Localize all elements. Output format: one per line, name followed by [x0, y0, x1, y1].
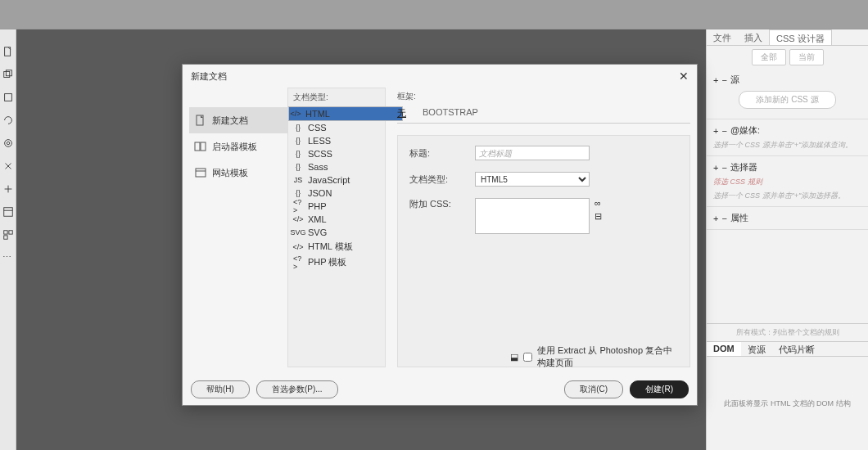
svg-rect-2: [6, 70, 11, 76]
sources-section: + − 源 添加新的 CSS 源: [707, 69, 868, 119]
cancel-button[interactable]: 取消(C): [564, 380, 623, 398]
doctype-item-html-模板[interactable]: </>HTML 模板: [288, 239, 385, 254]
svg-rect-8: [8, 231, 11, 234]
doctype-item-php-模板[interactable]: <?>PHP 模板: [288, 254, 385, 270]
tool-more-icon[interactable]: ⋯: [2, 252, 14, 263]
page-icon: [194, 114, 207, 127]
doctype-item-sass[interactable]: {}Sass: [288, 160, 385, 173]
plus-icon[interactable]: +: [713, 75, 718, 85]
add-css-source-button[interactable]: 添加新的 CSS 源: [739, 91, 835, 109]
category-new-document[interactable]: 新建文档: [189, 107, 287, 133]
doctype-label: HTML: [305, 109, 330, 119]
selectors-label: 选择器: [730, 161, 757, 173]
dialog-body: 新建文档 启动器模板 网站模板 文档类型: </>HTML{}CSS{}LESS…: [183, 88, 697, 374]
framework-none-tab[interactable]: 无: [397, 106, 406, 121]
category-starter-templates[interactable]: 启动器模板: [189, 133, 287, 160]
selector-hint: 选择一个 CSS 源并单击"+"添加选择器。: [713, 191, 861, 201]
minus-icon[interactable]: −: [721, 214, 726, 223]
dom-tab[interactable]: DOM: [707, 342, 741, 356]
minus-icon[interactable]: −: [721, 75, 726, 85]
doctype-item-svg[interactable]: SVGSVG: [288, 226, 385, 239]
help-button[interactable]: 帮助(H): [191, 380, 250, 398]
svg-point-4: [7, 142, 10, 145]
tool-sync-icon[interactable]: [2, 115, 14, 126]
doctype-label: Sass: [308, 162, 328, 172]
extract-checkbox[interactable]: [523, 353, 532, 362]
link-css-icon[interactable]: ∞: [594, 198, 602, 208]
tab-css-designer[interactable]: CSS 设计器: [769, 29, 832, 45]
left-toolbar: ⋯: [0, 29, 16, 450]
plus-icon[interactable]: +: [713, 214, 718, 223]
media-label: @媒体:: [730, 124, 760, 137]
minus-icon[interactable]: −: [721, 163, 726, 173]
dom-hint: 此面板将显示 HTML 文档的 DOM 结构: [707, 357, 868, 450]
framework-header: 框架:: [397, 91, 690, 102]
framework-bootstrap-tab[interactable]: BOOTSTRAP: [423, 106, 478, 121]
doctype-select[interactable]: HTML5: [475, 172, 590, 187]
doctype-item-css[interactable]: {}CSS: [288, 121, 385, 134]
attach-css-label: 附加 CSS:: [409, 198, 475, 210]
doctype-label: 文档类型:: [409, 173, 475, 186]
doctype-header: 文档类型:: [288, 92, 385, 106]
doctype-icon: </>: [291, 109, 301, 119]
plus-icon[interactable]: +: [713, 163, 718, 173]
tab-insert[interactable]: 插入: [738, 29, 769, 45]
tool-settings-icon[interactable]: [2, 137, 14, 149]
doctype-icon: {}: [293, 188, 303, 198]
snippets-tab[interactable]: 代码片断: [772, 342, 821, 356]
doctype-label: JSON: [308, 188, 332, 198]
scope-all-button[interactable]: 全部: [752, 49, 786, 65]
extract-icon: ⬓: [510, 352, 518, 362]
tab-file[interactable]: 文件: [707, 29, 738, 45]
minus-icon[interactable]: −: [721, 126, 726, 136]
doctype-icon: <?>: [293, 201, 303, 211]
tool-grid-icon[interactable]: [2, 229, 14, 241]
doctype-icon: </>: [293, 214, 303, 224]
site-icon: [194, 166, 207, 179]
scope-current-button[interactable]: 当前: [789, 49, 824, 65]
plus-icon[interactable]: +: [713, 126, 718, 136]
title-input[interactable]: [475, 146, 590, 160]
svg-point-5: [4, 140, 11, 147]
doctype-label: JavaScript: [308, 175, 350, 185]
doctype-item-xml[interactable]: </>XML: [288, 213, 385, 226]
mode-status: 所有模式：列出整个文档的规则: [707, 323, 868, 342]
category-site-templates[interactable]: 网站模板: [189, 160, 287, 186]
tool-box-icon[interactable]: [2, 92, 14, 103]
doctype-label: SVG: [308, 227, 327, 237]
tool-layers-icon[interactable]: [2, 69, 14, 80]
form-column: 框架: 无 BOOTSTRAP 标题: 文档类型: HTML5 附加 CSS:: [386, 88, 690, 367]
doctype-item-less[interactable]: {}LESS: [288, 134, 385, 147]
svg-rect-13: [196, 169, 206, 177]
properties-label: 属性: [730, 212, 748, 224]
doctype-icon: {}: [293, 162, 303, 172]
new-document-dialog: 新建文档 ✕ 新建文档 启动器模板 网站模板 文档类型: </>HTML{}CS…: [182, 64, 698, 406]
attach-css-list[interactable]: [475, 198, 590, 234]
extract-label: 使用 Extract 从 Photoshop 复合中构建页面: [537, 344, 680, 369]
doctype-item-php[interactable]: <?>PHP: [288, 200, 385, 213]
preferences-button[interactable]: 首选参数(P)...: [256, 380, 338, 398]
doctype-label: SCSS: [308, 149, 332, 159]
right-panel: 文件 插入 CSS 设计器 全部 当前 + − 源 添加新的 CSS 源 + −…: [706, 29, 868, 450]
tool-css-icon[interactable]: [2, 206, 14, 218]
category-column: 新建文档 启动器模板 网站模板: [189, 88, 287, 367]
starter-icon: [194, 140, 207, 153]
tool-split-icon[interactable]: [2, 160, 14, 172]
doctype-icon: {}: [293, 136, 303, 146]
close-icon[interactable]: ✕: [679, 70, 689, 83]
doctype-item-javascript[interactable]: JSJavaScript: [288, 173, 385, 187]
dialog-titlebar: 新建文档 ✕: [183, 65, 697, 88]
doctype-item-scss[interactable]: {}SCSS: [288, 147, 385, 160]
doctype-label: PHP: [308, 201, 327, 211]
remove-css-icon[interactable]: ⊟: [594, 211, 602, 222]
create-button[interactable]: 创建(R): [630, 380, 689, 398]
app-topbar: [0, 0, 868, 29]
scope-buttons: 全部 当前: [707, 46, 868, 69]
assets-tab[interactable]: 资源: [741, 342, 772, 356]
doctype-icon: </>: [293, 242, 303, 252]
dom-panel-tabs: DOM 资源 代码片断: [707, 342, 868, 357]
tool-document-icon[interactable]: [2, 46, 14, 57]
category-label: 启动器模板: [212, 141, 257, 153]
tool-merge-icon[interactable]: [2, 183, 14, 195]
svg-rect-3: [4, 94, 11, 101]
